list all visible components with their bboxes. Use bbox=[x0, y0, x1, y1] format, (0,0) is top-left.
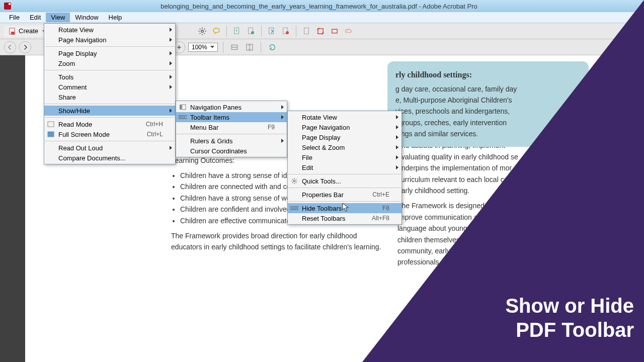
menu-ti-hide-toolbars[interactable]: Hide ToolbarsF8 bbox=[288, 203, 401, 213]
create-label: Create bbox=[19, 27, 38, 35]
menubar: File Edit View Window Help bbox=[0, 12, 644, 23]
menu-full-screen[interactable]: Full Screen ModeCtrl+L bbox=[44, 129, 175, 139]
menu-ti-rotate[interactable]: Rotate View bbox=[288, 112, 401, 122]
fit-page-icon[interactable] bbox=[244, 41, 256, 53]
svg-rect-11 bbox=[304, 28, 309, 34]
svg-rect-22 bbox=[182, 117, 183, 118]
export-icon[interactable] bbox=[266, 25, 278, 37]
svg-rect-1 bbox=[11, 32, 15, 35]
fit-width-icon[interactable] bbox=[228, 41, 240, 53]
cloud-icon[interactable] bbox=[343, 25, 355, 37]
menu-rulers-grids[interactable]: Rulers & Grids bbox=[176, 136, 287, 146]
menu-read-mode[interactable]: Read ModeCtrl+H bbox=[44, 119, 175, 129]
zoom-input[interactable]: 100% bbox=[188, 43, 218, 52]
page-add-icon[interactable]: + bbox=[231, 25, 243, 37]
menu-compare-documents[interactable]: Compare Documents... bbox=[44, 153, 175, 163]
prev-page-icon[interactable] bbox=[4, 41, 16, 53]
menu-ti-edit[interactable]: Edit bbox=[288, 162, 401, 172]
menu-ti-page-nav[interactable]: Page Navigation bbox=[288, 122, 401, 132]
comment-icon[interactable] bbox=[210, 25, 222, 37]
hide-toolbar-icon bbox=[290, 204, 299, 212]
toolbar-items-menu: Rotate View Page Navigation Page Display… bbox=[287, 111, 402, 225]
menu-ti-quick-tools[interactable]: Quick Tools... bbox=[288, 176, 401, 186]
nav-panes-icon bbox=[178, 103, 187, 111]
menu-page-display[interactable]: Page Display bbox=[44, 48, 175, 58]
svg-rect-17 bbox=[48, 132, 54, 137]
view-menu: Rotate View Page Navigation Page Display… bbox=[44, 23, 176, 164]
menu-window[interactable]: Window bbox=[70, 13, 103, 22]
menu-help[interactable]: Help bbox=[104, 13, 127, 22]
menu-tools[interactable]: Tools bbox=[44, 72, 175, 82]
menu-share[interactable]: Share bbox=[44, 92, 175, 102]
svg-rect-16 bbox=[48, 122, 54, 127]
menu-read-out-loud[interactable]: Read Out Loud bbox=[44, 143, 175, 153]
menu-show-hide[interactable]: Show/Hide bbox=[44, 106, 175, 116]
create-button[interactable]: Create bbox=[4, 26, 50, 37]
menu-zoom[interactable]: Zoom bbox=[44, 58, 175, 68]
menu-ti-page-display[interactable]: Page Display bbox=[288, 132, 401, 142]
svg-rect-12 bbox=[318, 28, 324, 34]
menu-file[interactable]: File bbox=[4, 13, 25, 22]
zoom-value: 100% bbox=[192, 44, 207, 51]
next-page-icon[interactable] bbox=[19, 41, 31, 53]
menu-cursor-coordinates[interactable]: Cursor Coordinates bbox=[176, 146, 287, 156]
svg-rect-19 bbox=[182, 105, 186, 110]
menu-ti-file[interactable]: File bbox=[288, 152, 401, 162]
page-icon[interactable] bbox=[300, 25, 312, 37]
gear-icon[interactable] bbox=[196, 25, 208, 37]
pdf-icon bbox=[4, 3, 11, 10]
toolbar-items-icon bbox=[178, 113, 187, 121]
window-title: belonging_being_and_becoming_the_early_y… bbox=[14, 3, 644, 10]
svg-point-10 bbox=[286, 31, 289, 34]
overlay-caption: Show or Hide PDF Toolbar bbox=[505, 294, 634, 342]
menu-ti-properties-bar[interactable]: Properties BarCtrl+E bbox=[288, 190, 401, 200]
svg-rect-13 bbox=[332, 29, 338, 33]
menu-page-navigation[interactable]: Page Navigation bbox=[44, 35, 175, 45]
svg-rect-18 bbox=[180, 105, 182, 110]
titlebar: belonging_being_and_becoming_the_early_y… bbox=[0, 0, 644, 12]
page-delete-icon[interactable] bbox=[280, 25, 292, 37]
svg-point-2 bbox=[201, 30, 204, 32]
menu-comment[interactable]: Comment bbox=[44, 82, 175, 92]
svg-text:+: + bbox=[235, 28, 238, 33]
show-hide-menu: Navigation Panes Toolbar Items Menu BarF… bbox=[176, 101, 287, 157]
fullscreen-icon bbox=[46, 130, 55, 138]
rectangle-icon[interactable] bbox=[329, 25, 341, 37]
svg-rect-21 bbox=[180, 117, 181, 118]
menu-edit[interactable]: Edit bbox=[25, 13, 46, 22]
nav-pane bbox=[0, 55, 25, 362]
create-pdf-icon bbox=[9, 27, 17, 35]
menu-rotate-view[interactable]: Rotate View bbox=[44, 25, 175, 35]
menu-toolbar-items[interactable]: Toolbar Items bbox=[176, 112, 287, 122]
svg-point-7 bbox=[251, 31, 254, 34]
svg-rect-23 bbox=[184, 117, 185, 118]
page-edit-icon[interactable] bbox=[245, 25, 257, 37]
crop-icon[interactable] bbox=[314, 25, 327, 37]
read-mode-icon bbox=[46, 120, 55, 128]
menu-navigation-panes[interactable]: Navigation Panes bbox=[176, 102, 287, 112]
menu-ti-select-zoom[interactable]: Select & Zoom bbox=[288, 142, 401, 152]
menu-ti-reset-toolbars[interactable]: Reset ToolbarsAlt+F8 bbox=[288, 213, 401, 223]
gear-icon bbox=[290, 177, 299, 185]
callout-box: rly childhood settings: g day care, occa… bbox=[387, 61, 589, 147]
refresh-icon[interactable] bbox=[266, 41, 278, 53]
svg-point-3 bbox=[213, 28, 219, 33]
menu-view[interactable]: View bbox=[46, 13, 70, 22]
svg-point-24 bbox=[293, 180, 295, 182]
menu-menu-bar[interactable]: Menu BarF9 bbox=[176, 122, 287, 132]
